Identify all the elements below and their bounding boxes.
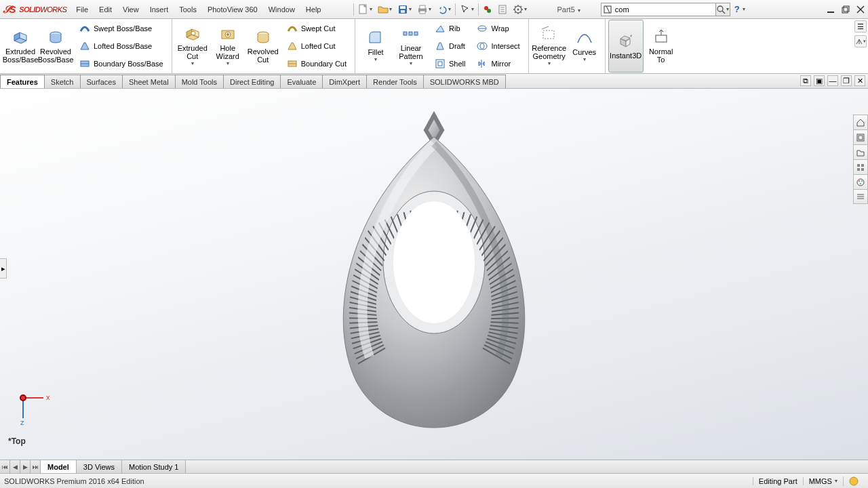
svg-rect-27 xyxy=(842,7,848,13)
search-input[interactable] xyxy=(614,5,715,14)
reference-group: Reference Geometry▾ Curves▾ xyxy=(529,19,606,73)
lofted-boss-button[interactable]: Lofted Boss/Base xyxy=(75,38,167,54)
menu-window[interactable]: Window xyxy=(263,0,300,18)
extruded-cut-button[interactable]: Extruded Cut▾ xyxy=(175,20,210,73)
close-button[interactable] xyxy=(853,0,868,18)
feature-tree-flyout[interactable]: ▸ xyxy=(0,258,7,279)
doc-close-icon[interactable]: ✕ xyxy=(854,75,865,86)
select-button[interactable]: ▾ xyxy=(457,2,477,17)
rib-button[interactable]: Rib xyxy=(431,20,469,37)
swept-cut-button[interactable]: Swept Cut xyxy=(283,20,350,37)
app-logo: 𝒮S SOLIDWORKS xyxy=(0,0,71,18)
orientation-icon[interactable]: ▾ xyxy=(854,35,867,47)
tab-evaluate[interactable]: Evaluate xyxy=(280,75,323,88)
svg-point-24 xyxy=(717,6,723,12)
menu-photoview360[interactable]: PhotoView 360 xyxy=(202,0,263,18)
wrap-button[interactable]: Wrap xyxy=(473,20,523,37)
menu-tools[interactable]: Tools xyxy=(174,0,202,18)
menu-insert[interactable]: Insert xyxy=(144,0,174,18)
tab-sketch[interactable]: Sketch xyxy=(44,75,81,88)
menu-help[interactable]: Help xyxy=(300,0,327,18)
shell-button[interactable]: Shell xyxy=(431,56,469,72)
tab-mold-tools[interactable]: Mold Tools xyxy=(175,75,224,88)
normal-to-button[interactable]: Normal To xyxy=(644,20,679,73)
tab-model[interactable]: Model xyxy=(41,460,77,473)
tab-last-icon[interactable]: ⏭ xyxy=(31,460,41,473)
svg-point-34 xyxy=(191,31,195,35)
tab-direct-editing[interactable]: Direct Editing xyxy=(223,75,281,88)
svg-point-8 xyxy=(487,9,491,13)
revolved-boss-button[interactable]: Revolved Boss/Base xyxy=(38,20,73,73)
instant3d-icon xyxy=(617,33,635,50)
menu-edit[interactable]: Edit xyxy=(94,0,117,18)
tab-prev-icon[interactable]: ◀ xyxy=(10,460,20,473)
revolved-cut-icon xyxy=(254,28,272,46)
instant3d-button[interactable]: Instant3D xyxy=(608,20,644,73)
file-explorer-icon[interactable] xyxy=(853,144,868,159)
reference-geometry-button[interactable]: Reference Geometry▾ xyxy=(532,20,567,73)
status-bar: SOLIDWORKS Premium 2016 x64 Edition Edit… xyxy=(0,473,868,488)
home-icon[interactable] xyxy=(853,115,868,129)
boundary-cut-button[interactable]: Boundary Cut xyxy=(283,56,350,72)
search-button[interactable]: ▾ xyxy=(715,3,730,16)
search-box[interactable] xyxy=(601,3,716,16)
new-button[interactable]: ▾ xyxy=(355,2,375,17)
rebuild-button[interactable] xyxy=(480,2,495,17)
undo-button[interactable]: ▾ xyxy=(434,2,454,17)
mirror-button[interactable]: Mirror xyxy=(473,56,523,72)
draft-button[interactable]: Draft xyxy=(431,38,469,54)
swept-boss-button[interactable]: Swept Boss/Base xyxy=(75,20,167,37)
orientation-triad[interactable]: x z xyxy=(16,391,54,430)
options-button[interactable]: ▾ xyxy=(510,2,530,17)
tab-features[interactable]: Features xyxy=(0,75,45,88)
tab-surfaces[interactable]: Surfaces xyxy=(80,75,123,88)
print-button[interactable]: ▾ xyxy=(414,2,434,17)
pane-popout-icon[interactable]: ▣ xyxy=(814,75,825,86)
ribbon-menu-icon[interactable]: ☰ xyxy=(854,20,867,33)
fillet-button[interactable]: Fillet▾ xyxy=(358,20,393,73)
file-properties-button[interactable] xyxy=(495,2,510,17)
view-name: *Top xyxy=(8,436,26,446)
custom-properties-icon[interactable] xyxy=(853,189,868,204)
tab-render-tools[interactable]: Render Tools xyxy=(366,75,424,88)
curves-button[interactable]: Curves▾ xyxy=(567,20,602,73)
doc-restore-icon[interactable]: ❐ xyxy=(841,75,852,86)
intersect-button[interactable]: Intersect xyxy=(473,38,523,54)
pin-icon[interactable] xyxy=(329,0,340,18)
appearances-icon[interactable] xyxy=(853,174,868,189)
status-units[interactable]: MMGS ▾ xyxy=(803,477,843,485)
tab-solidworks-mbd[interactable]: SOLIDWORKS MBD xyxy=(423,75,506,88)
hole-wizard-button[interactable]: Hole Wizard▾ xyxy=(210,20,245,73)
lofted-cut-button[interactable]: Lofted Cut xyxy=(283,38,350,54)
tab-dimxpert[interactable]: DimXpert xyxy=(322,75,367,88)
linear-pattern-icon xyxy=(402,25,420,43)
svg-point-143 xyxy=(20,395,26,401)
status-warning-icon[interactable] xyxy=(843,476,864,486)
graphics-viewport[interactable]: ▸ xyxy=(0,89,868,473)
boundary-boss-button[interactable]: Boundary Boss/Base xyxy=(75,56,167,72)
svg-line-50 xyxy=(542,26,549,29)
extruded-boss-button[interactable]: Extruded Boss/Base xyxy=(3,20,38,73)
tab-next-icon[interactable]: ▶ xyxy=(20,460,31,473)
minimize-button[interactable] xyxy=(823,0,838,18)
tab-3d-views[interactable]: 3D Views xyxy=(77,460,122,473)
open-button[interactable]: ▾ xyxy=(375,2,395,17)
pane-expand-icon[interactable]: ⧉ xyxy=(800,75,811,86)
linear-pattern-button[interactable]: Linear Pattern▾ xyxy=(393,20,429,73)
draft-icon xyxy=(434,40,446,52)
tab-motion-study[interactable]: Motion Study 1 xyxy=(122,460,186,473)
shell-icon xyxy=(434,58,446,70)
revolved-cut-button[interactable]: Revolved Cut xyxy=(245,20,281,73)
view-palette-icon[interactable] xyxy=(853,159,868,174)
restore-button[interactable] xyxy=(838,0,853,18)
help-button[interactable]: ? ▾ xyxy=(734,4,745,14)
tab-first-icon[interactable]: ⏮ xyxy=(0,460,10,473)
menu-file[interactable]: File xyxy=(71,0,94,18)
design-library-icon[interactable] xyxy=(853,129,868,144)
svg-point-62 xyxy=(861,180,863,182)
tab-sheet-metal[interactable]: Sheet Metal xyxy=(122,75,176,88)
save-button[interactable]: ▾ xyxy=(395,2,414,17)
menu-view[interactable]: View xyxy=(117,0,144,18)
svg-rect-55 xyxy=(859,136,863,140)
doc-minimize-icon[interactable]: — xyxy=(827,75,838,86)
